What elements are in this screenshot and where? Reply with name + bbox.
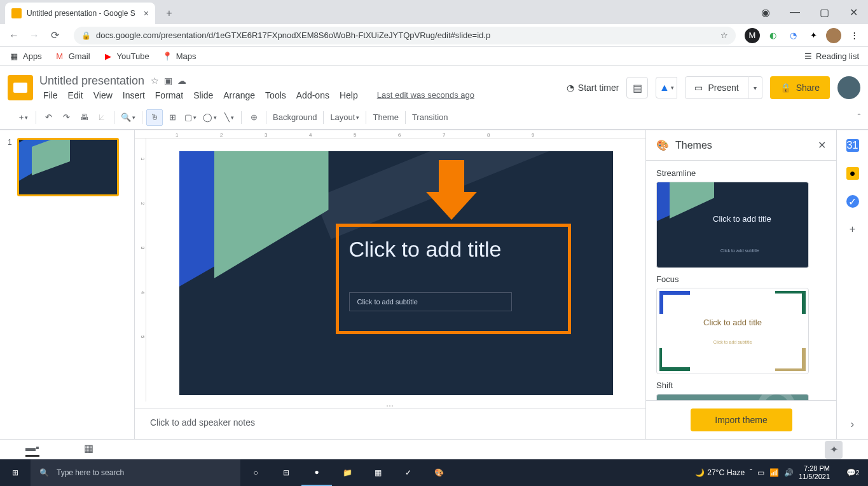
rail-collapse-icon[interactable]: ›: [851, 419, 854, 430]
zoom-button[interactable]: 🔍▾: [118, 109, 138, 126]
timer-icon: ◔: [567, 83, 574, 93]
subtitle-placeholder[interactable]: Click to add subtitle: [349, 292, 512, 311]
share-button[interactable]: 🔒Share: [770, 76, 830, 99]
task-view-icon[interactable]: ⊟: [271, 459, 301, 486]
move-doc-icon[interactable]: ▣: [164, 76, 172, 86]
weather-widget[interactable]: 🌙 27°C Haze: [695, 468, 745, 477]
theme-card-focus[interactable]: Click to add title Click to add subtitle: [656, 288, 809, 374]
profile-avatar-icon[interactable]: [826, 28, 841, 43]
apps-bookmark[interactable]: ▦Apps: [9, 51, 42, 62]
last-edit-link[interactable]: Last edit was seconds ago: [373, 89, 478, 102]
menu-addons[interactable]: Add-ons: [293, 89, 333, 102]
select-tool[interactable]: 🖰: [146, 109, 163, 126]
import-theme-button[interactable]: Import theme: [691, 408, 792, 431]
close-window-icon[interactable]: ✕: [839, 0, 868, 24]
cloud-status-icon[interactable]: ☁: [177, 76, 186, 86]
maximize-icon[interactable]: ▢: [809, 0, 839, 24]
star-doc-icon[interactable]: ☆: [151, 76, 159, 86]
slide-thumbnail-1[interactable]: [17, 138, 119, 196]
theme-button[interactable]: Theme: [370, 109, 401, 126]
theme-card-streamline[interactable]: Click to add title Click to add subtitle: [656, 182, 809, 268]
browser-tab[interactable]: Untitled presentation - Google S ×: [5, 3, 155, 24]
slideshow-icon[interactable]: ▲▾: [656, 77, 677, 98]
background-button[interactable]: Background: [270, 109, 319, 126]
doc-title[interactable]: Untitled presentation: [39, 74, 144, 88]
tab-close-icon[interactable]: ×: [144, 8, 149, 18]
line-tool[interactable]: ╲▾: [221, 109, 237, 126]
extensions-icon[interactable]: ✦: [806, 28, 821, 43]
menu-tools[interactable]: Tools: [261, 89, 290, 102]
transition-button[interactable]: Transition: [410, 109, 451, 126]
start-button[interactable]: ⊞: [0, 459, 31, 486]
print-button[interactable]: 🖶: [76, 109, 92, 126]
chrome-taskbar-icon[interactable]: ●: [301, 459, 332, 486]
present-dropdown[interactable]: ▾: [748, 76, 762, 99]
clock[interactable]: 7:28 PM 11/5/2021: [799, 464, 835, 481]
user-avatar[interactable]: [837, 76, 860, 99]
app-taskbar-icon[interactable]: ▦: [362, 459, 393, 486]
volume-icon[interactable]: 🔊: [784, 468, 794, 477]
cortana-icon[interactable]: ○: [240, 459, 271, 486]
minimize-icon[interactable]: —: [780, 0, 809, 24]
speaker-notes[interactable]: Click to add speaker notes: [135, 408, 645, 439]
account-icon[interactable]: ◉: [751, 0, 780, 24]
gmail-bookmark[interactable]: MGmail: [55, 51, 90, 62]
title-placeholder[interactable]: Click to add title: [349, 237, 558, 262]
keep-icon[interactable]: ●: [846, 167, 859, 180]
forward-button[interactable]: →: [25, 27, 43, 44]
calendar-icon[interactable]: 31: [846, 139, 859, 152]
grid-view-icon[interactable]: ▦: [84, 442, 93, 457]
menu-file[interactable]: File: [39, 89, 62, 102]
battery-icon[interactable]: ▭: [757, 468, 764, 477]
themes-close-icon[interactable]: ✕: [818, 139, 826, 151]
undo-button[interactable]: ↶: [40, 109, 57, 126]
menu-slide[interactable]: Slide: [189, 89, 217, 102]
filmstrip-view-icon[interactable]: ▬▪: [25, 442, 39, 457]
star-icon[interactable]: ☆: [720, 30, 728, 40]
addons-plus-icon[interactable]: +: [846, 223, 859, 236]
reload-button[interactable]: ⟳: [46, 27, 64, 44]
wifi-icon[interactable]: 📶: [769, 468, 779, 477]
start-timer-button[interactable]: ◔Start timer: [567, 83, 619, 93]
paint-format-button[interactable]: ⟀: [93, 109, 110, 126]
youtube-bookmark[interactable]: ▶YouTube: [103, 51, 149, 62]
ext-gmail-icon[interactable]: M: [745, 28, 760, 43]
tasks-icon[interactable]: ✓: [846, 195, 859, 208]
menu-edit[interactable]: Edit: [64, 89, 87, 102]
new-slide-button[interactable]: +▾: [15, 109, 32, 126]
collapse-toolbar-icon[interactable]: ˆ: [858, 112, 860, 122]
explorer-taskbar-icon[interactable]: 📁: [332, 459, 362, 486]
slides-logo-icon[interactable]: [8, 75, 33, 100]
present-button[interactable]: ▭Present: [685, 76, 748, 99]
menu-format[interactable]: Format: [151, 89, 187, 102]
reading-list-button[interactable]: ☰Reading list: [804, 51, 859, 61]
address-bar[interactable]: 🔒 docs.google.com/presentation/d/1eGTXE6…: [74, 27, 736, 44]
explore-button[interactable]: ✦: [825, 441, 843, 459]
menu-arrange[interactable]: Arrange: [219, 89, 259, 102]
ext-clock-icon[interactable]: ◔: [785, 28, 801, 43]
image-tool[interactable]: ▢▾: [182, 109, 199, 126]
notifications-icon[interactable]: 💬2: [840, 459, 865, 486]
textbox-tool[interactable]: ⊞: [164, 109, 181, 126]
side-rail: 31 ● ✓ + ›: [836, 130, 868, 439]
back-button[interactable]: ←: [5, 27, 23, 44]
shape-tool[interactable]: ◯▾: [200, 109, 219, 126]
ext-grammarly-icon[interactable]: ◐: [765, 28, 780, 43]
notes-drag-handle[interactable]: ⋯: [135, 402, 645, 408]
menu-view[interactable]: View: [90, 89, 116, 102]
slide-canvas[interactable]: Click to add title Click to add subtitle: [179, 151, 613, 395]
layout-button[interactable]: Layout▾: [327, 109, 362, 126]
tray-chevron-icon[interactable]: ˆ: [750, 468, 752, 477]
paint-taskbar-icon[interactable]: 🎨: [424, 459, 454, 486]
menu-help[interactable]: Help: [336, 89, 362, 102]
comment-button[interactable]: ⊕: [245, 109, 262, 126]
menu-insert[interactable]: Insert: [119, 89, 149, 102]
taskbar-search[interactable]: 🔍 Type here to search: [31, 459, 240, 486]
chrome-menu-icon[interactable]: ⋮: [846, 28, 862, 43]
theme-card-shift[interactable]: [656, 394, 809, 400]
redo-button[interactable]: ↷: [58, 109, 74, 126]
comments-icon[interactable]: ▤: [626, 77, 648, 98]
todo-taskbar-icon[interactable]: ✓: [393, 459, 424, 486]
maps-bookmark[interactable]: 📍Maps: [162, 51, 196, 62]
new-tab-button[interactable]: +: [160, 4, 178, 22]
